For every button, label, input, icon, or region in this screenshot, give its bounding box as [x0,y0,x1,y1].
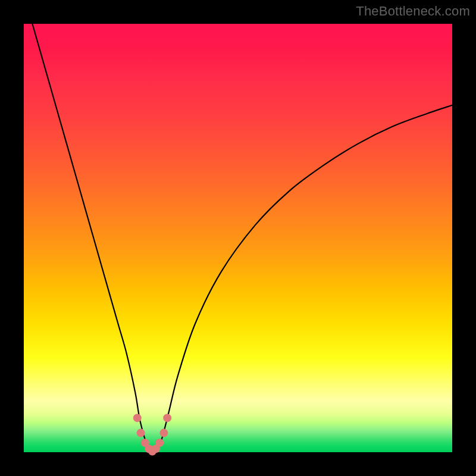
curve-svg [24,24,452,452]
plot-area [24,24,452,452]
curve-marker [137,429,145,437]
watermark-text: TheBottleneck.com [356,4,470,19]
curve-markers [133,414,171,455]
chart-frame: TheBottleneck.com [0,0,476,476]
curve-marker [163,414,171,422]
curve-marker [159,429,168,437]
curve-marker [155,439,164,447]
bottleneck-curve [32,24,452,452]
curve-marker [133,414,142,422]
